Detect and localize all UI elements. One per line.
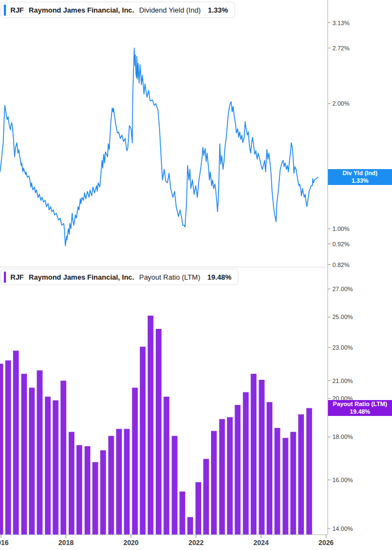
flag-value: 1.33% [352,177,368,185]
payout-ratio-bar[interactable] [61,381,67,535]
x-tick-label: 2016 [0,539,9,547]
payout-ratio-bar[interactable] [116,429,122,535]
payout-ratio-bar[interactable] [132,387,138,535]
payout-ratio-bar[interactable] [124,429,130,535]
payout-ratio-bar[interactable] [85,446,91,535]
payout-ratio-bar[interactable] [52,401,58,535]
dual-chart-panel: 3.13%2.72%2.00%1.00%0.92%0.82%27.00%25.0… [0,0,392,550]
payout-ratio-bar[interactable] [172,436,178,535]
payout-ratio-bar[interactable] [188,517,194,535]
x-tick-label: 2018 [58,539,74,547]
payout-ratio-bar[interactable] [0,364,3,535]
payout-ratio-bar[interactable] [37,370,43,535]
payout-ratio-bar[interactable] [203,459,209,535]
payout-ratio-bar[interactable] [100,450,106,535]
payout-ratio-bar[interactable] [219,419,225,535]
metric-value: 1.33% [208,6,228,14]
payout-ratio-bar[interactable] [69,432,75,535]
flag-label: Div Yld (Ind) [343,170,378,177]
y-tick-label: 1.00% [332,225,349,232]
payout-ratio-bar[interactable] [148,316,154,535]
ticker-symbol: RJF [10,6,24,14]
y-tick-label: 14.00% [332,525,353,532]
payout-ratio-bar[interactable] [259,380,265,535]
payout-ratio-bar[interactable] [306,408,312,535]
y-tick-label: 2.00% [332,100,349,107]
x-tick-label: 2026 [318,539,334,547]
y-tick-label: 27.00% [332,286,353,292]
company-name: Raymond James Financial, Inc. [29,273,134,281]
x-tick-label: 2020 [124,539,139,547]
y-tick-label: 3.13% [332,20,349,26]
payout-ratio-bar[interactable] [243,392,249,535]
series-color-chip-purple [4,271,6,283]
payout-ratio-bar[interactable] [211,431,217,535]
payout-ratio-bar[interactable] [179,491,185,535]
metric-value: 19.48% [207,273,231,281]
metric-name: Dividend Yield (Ind) [139,6,201,14]
payout-ratio-bar[interactable] [5,361,11,535]
payout-ratio-bar[interactable] [290,432,296,535]
payout-ratio-bar[interactable] [108,436,114,535]
value-flag-payout-ratio: Payout Ratio (LTM) 19.48% [328,400,392,416]
y-tick-label: 25.00% [332,314,353,320]
payout-ratio-bar[interactable] [235,405,241,535]
y-tick-label: 18.00% [332,433,353,440]
dividend-yield-line[interactable] [0,48,318,246]
payout-ratio-bar[interactable] [77,445,83,535]
payout-ratio-bar[interactable] [298,414,304,535]
x-tick-label: 2022 [189,539,204,547]
y-tick-label: 23.00% [332,344,353,351]
payout-ratio-bar[interactable] [29,387,35,535]
y-tick-label: 21.00% [332,378,353,384]
payout-ratio-bar[interactable] [13,351,19,535]
payout-ratio-bar[interactable] [92,462,98,535]
payout-ratio-bar[interactable] [267,402,273,535]
metric-name: Payout Ratio (LTM) [139,273,200,281]
y-tick-label: 2.72% [332,45,349,51]
value-flag-div-yld: Div Yld (Ind) 1.33% [328,169,392,185]
payout-ratio-bar[interactable] [21,374,27,535]
payout-ratio-bar[interactable] [163,397,169,535]
series-header-dividend-yield[interactable]: RJF Raymond James Financial, Inc. Divide… [1,2,235,18]
y-tick-label: 0.92% [332,241,349,247]
series-color-chip-blue [4,4,6,16]
payout-ratio-bar[interactable] [156,329,162,535]
payout-ratio-bar[interactable] [274,428,280,535]
y-tick-label: 16.00% [332,477,353,483]
y-tick-label: 0.82% [332,262,349,268]
payout-ratio-bar[interactable] [283,438,289,535]
ticker-symbol: RJF [10,273,24,281]
x-tick-label: 2024 [254,539,269,547]
company-name: Raymond James Financial, Inc. [29,6,134,14]
payout-ratio-bar[interactable] [196,482,202,535]
payout-ratio-bar[interactable] [251,374,257,535]
flag-label: Payout Ratio (LTM) [333,401,387,408]
payout-ratio-bar[interactable] [227,417,233,535]
payout-ratio-bar[interactable] [140,347,145,535]
series-header-payout-ratio[interactable]: RJF Raymond James Financial, Inc. Payout… [1,269,238,285]
flag-value: 19.48% [350,408,370,416]
payout-ratio-bar[interactable] [45,397,51,535]
